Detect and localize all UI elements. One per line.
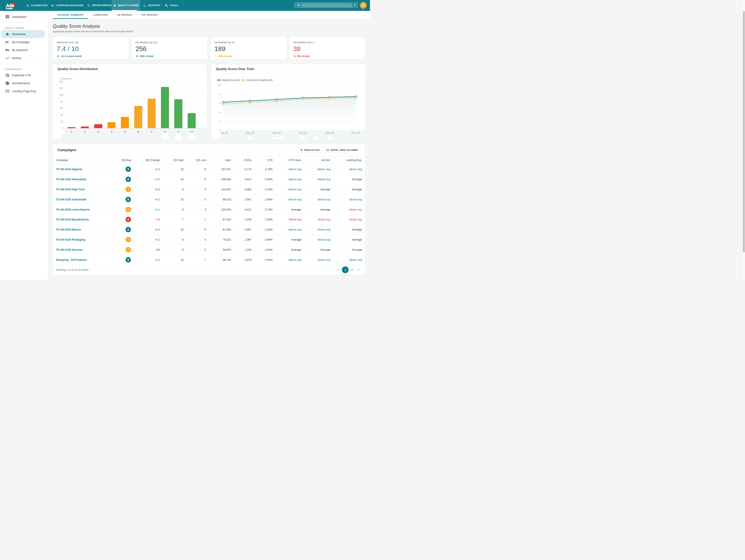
svg-text:7: 7 bbox=[151, 130, 152, 133]
svg-text:4: 4 bbox=[111, 130, 112, 133]
svg-text:Jul 16: Jul 16 bbox=[220, 131, 228, 134]
svg-text:10: 10 bbox=[218, 84, 221, 87]
svg-text:Nov 16: Nov 16 bbox=[325, 131, 334, 134]
svg-text:6: 6 bbox=[137, 130, 139, 133]
svg-text:4: 4 bbox=[219, 111, 221, 114]
svg-text:2: 2 bbox=[219, 120, 221, 123]
svg-text:60: 60 bbox=[60, 107, 63, 110]
svg-text:0: 0 bbox=[62, 127, 63, 130]
svg-text:100: 100 bbox=[59, 94, 63, 96]
svg-text:2: 2 bbox=[84, 130, 86, 133]
svg-text:120: 120 bbox=[59, 87, 63, 90]
svg-text:80: 80 bbox=[60, 100, 63, 103]
svg-text:40: 40 bbox=[60, 114, 63, 117]
svg-text:1: 1 bbox=[71, 130, 72, 133]
svg-text:6: 6 bbox=[219, 102, 221, 104]
svg-text:Power: Power bbox=[6, 7, 13, 10]
svg-text:Impression-Weighted QS: Impression-Weighted QS bbox=[247, 79, 273, 82]
svg-text:8: 8 bbox=[219, 93, 221, 96]
svg-text:20: 20 bbox=[60, 120, 63, 123]
svg-text:140: 140 bbox=[59, 80, 63, 83]
svg-text:Keywords: Keywords bbox=[61, 77, 71, 80]
svg-text:Aug 16: Aug 16 bbox=[246, 131, 254, 134]
svg-text:9: 9 bbox=[177, 130, 179, 133]
svg-text:Oct 16: Oct 16 bbox=[299, 131, 307, 134]
svg-text:Dec 16: Dec 16 bbox=[351, 131, 360, 134]
svg-text:5: 5 bbox=[124, 130, 126, 133]
svg-text:8: 8 bbox=[164, 130, 166, 133]
svg-text:10: 10 bbox=[190, 130, 193, 133]
svg-text:Sep 16: Sep 16 bbox=[272, 131, 281, 134]
svg-text:Weighted Avg QS: Weighted Avg QS bbox=[222, 79, 240, 82]
svg-text:3: 3 bbox=[97, 130, 99, 133]
